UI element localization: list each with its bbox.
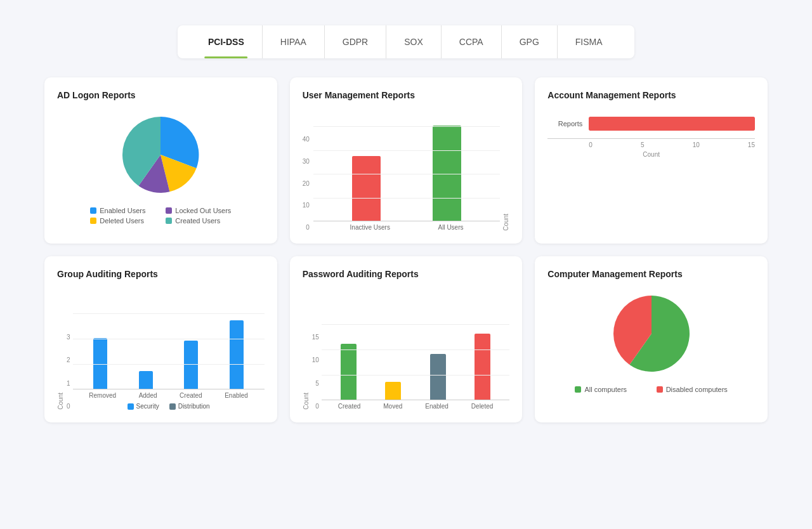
card-account-mgmt-title: Account Management Reports — [547, 90, 755, 100]
tab-ccpa[interactable]: CCPA — [442, 25, 502, 58]
h-bar-reports-label: Reports — [547, 120, 582, 127]
password-audit-y-label: Count — [303, 393, 310, 410]
legend-enabled-users: Enabled Users — [90, 207, 155, 214]
legend-created-users: Created Users — [166, 217, 231, 225]
bar-pwd-moved — [385, 382, 401, 400]
ad-logon-chart: Enabled Users Locked Out Users Deleted U… — [57, 110, 265, 225]
charts-grid: AD Logon Reports Ena — [44, 77, 768, 422]
legend-disabled-computers: Disabled computers — [657, 386, 728, 393]
x-label-all: All Users — [438, 224, 464, 231]
x-label-pwd-deleted: Deleted — [471, 403, 493, 410]
x-label-pwd-created: Created — [338, 403, 361, 410]
card-password-auditing: Password Auditing Reports Count 15 10 5 … — [290, 256, 523, 422]
h-bar-reports-fill — [589, 117, 755, 131]
tab-hipaa[interactable]: HIPAA — [263, 25, 325, 58]
computer-mgmt-legend: All computers Disabled computers — [575, 386, 727, 393]
legend-security: Security — [128, 403, 159, 410]
card-group-auditing-title: Group Auditing Reports — [57, 269, 265, 279]
card-ad-logon: AD Logon Reports Ena — [44, 77, 277, 244]
bar-all-users — [433, 126, 461, 221]
computer-mgmt-pie — [601, 289, 702, 378]
legend-distribution: Distribution — [169, 403, 210, 410]
legend-dot-locked — [166, 207, 172, 214]
card-account-mgmt: Account Management Reports Reports 0 5 1… — [535, 77, 768, 244]
tab-sox[interactable]: SOX — [386, 25, 442, 58]
bar-inactive-users — [352, 156, 381, 221]
ad-logon-legend: Enabled Users Locked Out Users Deleted U… — [90, 207, 231, 225]
account-mgmt-x-label: Count — [547, 151, 755, 158]
ad-logon-pie — [110, 110, 211, 199]
x-label-pwd-enabled: Enabled — [425, 403, 449, 410]
legend-all-computers: All computers — [575, 386, 646, 393]
card-user-mgmt-title: User Management Reports — [303, 90, 510, 100]
bar-pwd-enabled — [430, 354, 446, 400]
x-label-pwd-moved: Moved — [383, 403, 402, 410]
bar-added — [139, 371, 153, 389]
tab-gpg[interactable]: GPG — [502, 25, 558, 58]
legend-dot-created — [166, 218, 172, 224]
bar-created — [184, 341, 198, 389]
legend-locked-users: Locked Out Users — [166, 207, 231, 214]
card-password-auditing-title: Password Auditing Reports — [303, 269, 510, 279]
card-group-auditing: Group Auditing Reports Count 3 2 1 0 — [44, 256, 277, 422]
bar-removed — [93, 338, 107, 389]
tabs-bar: PCI-DSS HIPAA GDPR SOX CCPA GPG FISMA — [178, 25, 634, 58]
x-label-inactive: Inactive Users — [350, 224, 390, 231]
legend-dot-enabled — [90, 207, 96, 214]
bar-pwd-created — [341, 344, 357, 400]
bar-pwd-deleted — [475, 334, 490, 400]
card-ad-logon-title: AD Logon Reports — [57, 90, 265, 100]
legend-dot-deleted — [90, 218, 96, 224]
card-computer-mgmt-title: Computer Management Reports — [547, 269, 755, 279]
group-audit-y-label: Count — [57, 393, 64, 410]
card-computer-mgmt: Computer Management Reports All computer… — [535, 256, 768, 422]
user-mgmt-y-label: Count — [502, 214, 509, 231]
bar-enabled — [230, 320, 244, 389]
card-user-mgmt: User Management Reports 40 30 20 10 0 — [290, 77, 523, 244]
tab-gdpr[interactable]: GDPR — [325, 25, 386, 58]
tab-fisma[interactable]: FISMA — [558, 25, 620, 58]
tab-pci-dss[interactable]: PCI-DSS — [190, 25, 263, 58]
legend-deleted-users: Deleted Users — [90, 217, 155, 225]
computer-mgmt-chart: All computers Disabled computers — [547, 289, 755, 393]
